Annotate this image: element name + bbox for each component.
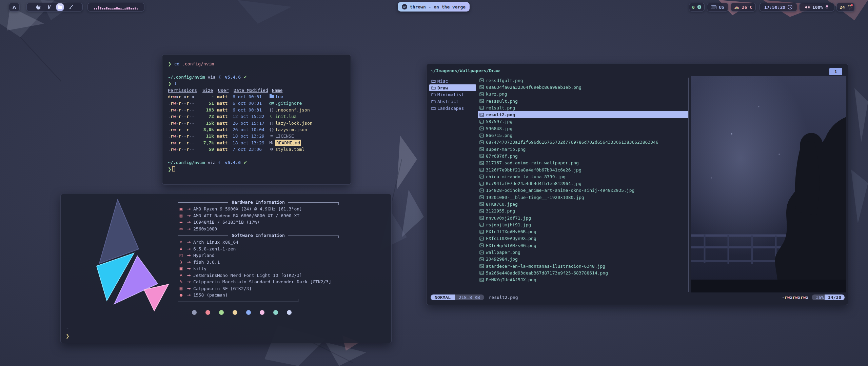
image-file-icon xyxy=(479,209,484,213)
info-row-kernel: ♟→6.5.8-zen1-1-zen xyxy=(178,246,339,252)
file-list-item[interactable]: 8FKa7Cu.jpeg xyxy=(478,201,688,207)
image-file-icon xyxy=(479,195,484,199)
file-list-item[interactable]: chica-mirando-la-luna-8799.jpg xyxy=(478,173,688,180)
icon-pack-icon: ▦ xyxy=(178,285,184,292)
fetch-window[interactable]: Hardware Information ▣→AMD Ryzen 9 5900X… xyxy=(60,194,392,343)
file-list-item[interactable]: 587597.jpg xyxy=(478,118,688,125)
sidebar-folder-item[interactable]: Abstract xyxy=(429,98,476,105)
info-row-cpu: ▣→AMD Ryzen 9 5900X (24) @ 4.9GHz [61.3°… xyxy=(178,206,339,212)
updates-count: 0 xyxy=(692,5,695,10)
weather-widget[interactable]: 26°C xyxy=(731,3,756,12)
terminal-window[interactable]: ❯ cd .config/nvim ~/.config/nvim via ☾ v… xyxy=(162,54,351,185)
palette-dot xyxy=(260,310,264,315)
app-dock: V xyxy=(26,3,83,12)
file-list-item[interactable]: result2.png xyxy=(478,111,688,118)
file-list-item[interactable]: wallpaper.png xyxy=(478,249,688,256)
terminal-color-palette xyxy=(192,310,339,315)
file-list-item[interactable]: 3126f7e9bbf21a8a4af0b67b041c6e26.jpg xyxy=(478,166,688,173)
palette-dot xyxy=(205,310,210,315)
file-list-item[interactable]: 5a266e448add93deab367d87173e9f25-6837886… xyxy=(478,269,688,276)
file-list-item[interactable]: 596848.jpg xyxy=(478,125,688,132)
notifications-widget[interactable]: 24 xyxy=(836,3,855,12)
file-list-item[interactable]: 3122955.png xyxy=(478,208,688,215)
file-list-item[interactable]: super-mario.png xyxy=(478,146,688,152)
image-file-icon xyxy=(479,223,484,227)
file-manager-icon[interactable] xyxy=(56,3,64,11)
notification-count: 24 xyxy=(840,5,845,10)
cpu-icon: ▣ xyxy=(178,206,184,212)
file-list-item[interactable]: rsjqojlmjhf91.jpg xyxy=(478,221,688,228)
paint-brush-icon[interactable] xyxy=(67,3,75,11)
file-list-item[interactable]: FXfcJlTXgAMvH6R.png xyxy=(478,228,688,235)
file-row: .rw-r--r--51matt 6 oct 00:31git.gitignor… xyxy=(168,100,345,106)
shield-icon xyxy=(697,5,702,9)
pane-divider xyxy=(688,78,689,292)
file-list-item[interactable]: 217167-sad-anime-rain-wallpaper.png xyxy=(478,160,688,166)
folder-open-icon xyxy=(431,93,436,97)
cursor-position: 14/38 xyxy=(825,294,845,300)
file-list-item[interactable]: EeNKYgIUcAAJ5JX.png xyxy=(478,277,688,283)
file-list-item[interactable]: 87r687df.png xyxy=(478,152,688,159)
image-file-icon xyxy=(479,175,484,179)
file-manager-window[interactable]: ~/Imagenes/Wallpapers/Draw 1 Misc Draw M… xyxy=(426,64,848,305)
file-list-item[interactable]: 19201080-__blue-tinge__-1920×1080.jpg xyxy=(478,194,688,201)
prompt-context-line: ~/.config/nvim via ☾ v5.4.6 ✔ xyxy=(168,159,345,166)
bell-icon xyxy=(847,5,852,9)
prompt-context-line: ~/.config/nvim via ☾ v5.4.6 ✔ xyxy=(168,74,345,80)
file-row: .rw-r--r--72matt12 oct 15:32☾init.lua xyxy=(168,113,345,120)
sidebar-folder-item[interactable]: Misc xyxy=(429,78,476,84)
memory-icon: ▬ xyxy=(178,219,184,226)
vim-icon[interactable]: V xyxy=(45,3,53,11)
sidebar-folder-item[interactable]: Draw xyxy=(429,84,476,91)
listing-header: Permissions Size User Date Modified Name xyxy=(168,87,345,94)
image-file-icon xyxy=(479,126,484,130)
shell-prompt[interactable]: ~ ❯ xyxy=(66,324,70,340)
file-list-item[interactable]: 20492984.jpg xyxy=(478,256,688,263)
image-file-icon xyxy=(479,202,484,206)
file-list-item[interactable]: 866715.png xyxy=(478,132,688,139)
info-row-font: A→JetBrainsMono Nerd Font Light 10 [GTK2… xyxy=(178,272,339,279)
file-list-item[interactable]: kurz.png xyxy=(478,91,688,98)
folder-open-icon xyxy=(431,106,436,110)
sidebar-folder-item[interactable]: Minimalist xyxy=(429,91,476,98)
command-line: ❯ l xyxy=(168,80,345,87)
shell-icon: ❯ xyxy=(178,259,184,266)
file-list-item[interactable]: re1sult.png xyxy=(478,104,688,111)
license-icon: ≡ xyxy=(268,133,275,139)
file-list-item[interactable]: 154928-odinokoe_anime-art-anime-okno-sin… xyxy=(478,187,688,194)
image-file-icon xyxy=(479,216,484,220)
file-list-item[interactable]: 08a634fa02a32364f69ebc86a98eb1eb.png xyxy=(478,84,688,90)
file-list-item[interactable]: FXfcII0X0AQyn9X.png xyxy=(478,235,688,242)
folder-open-icon xyxy=(431,86,436,90)
lua-moon-icon: ☾ xyxy=(268,113,275,120)
updates-widget[interactable]: 0 xyxy=(689,3,705,12)
active-prompt[interactable]: ❯ xyxy=(168,166,345,172)
clock-widget[interactable]: 17:50:29 xyxy=(760,3,797,12)
palette-dot xyxy=(246,310,251,315)
keyboard-layout-widget[interactable]: US xyxy=(707,3,728,12)
firefox-icon[interactable] xyxy=(35,3,42,11)
json-icon: {} xyxy=(268,120,275,126)
launcher-button[interactable]: Λ xyxy=(9,3,20,12)
temperature-label: 26°C xyxy=(742,5,752,10)
sidebar-folder-item[interactable]: Landscapes xyxy=(429,105,476,111)
font-icon: A xyxy=(178,272,184,279)
file-list-item[interactable]: 0c794faf07de24a4db4d4fb1eb813964.jpg xyxy=(478,180,688,187)
hardware-section-header: Hardware Information xyxy=(178,199,339,206)
display-icon: ▭ xyxy=(178,226,184,232)
tab-badge[interactable]: 1 xyxy=(829,68,842,75)
volume-widget[interactable]: 100% xyxy=(799,3,834,12)
file-list-item[interactable]: 68747470733a2f2f696d616765732d7769786d70… xyxy=(478,139,688,146)
file-list-item[interactable]: resssult.png xyxy=(478,98,688,104)
media-player-widget[interactable]: thrown - on the verge xyxy=(398,2,470,12)
pane-divider xyxy=(477,78,477,292)
tux-icon: ♟ xyxy=(178,246,184,252)
file-list-pane: ressdfgult.png 08a634fa02a32364f69ebc86a… xyxy=(478,77,688,283)
gear-icon: ⚙ xyxy=(268,146,275,152)
image-file-icon xyxy=(479,147,484,151)
file-list-item[interactable]: ressdfgult.png xyxy=(478,77,688,84)
file-list-item[interactable]: atardecer-en-la-montanas-ilustracion-634… xyxy=(478,263,688,269)
info-row-gpu: ▦→AMD ATI Radeon RX 6800/6800 XT / 6900 … xyxy=(178,212,339,219)
file-list-item[interactable]: nnvuv0xj2df71.jpg xyxy=(478,215,688,221)
file-list-item[interactable]: FXfcHgcWIAMzs0G.png xyxy=(478,242,688,249)
